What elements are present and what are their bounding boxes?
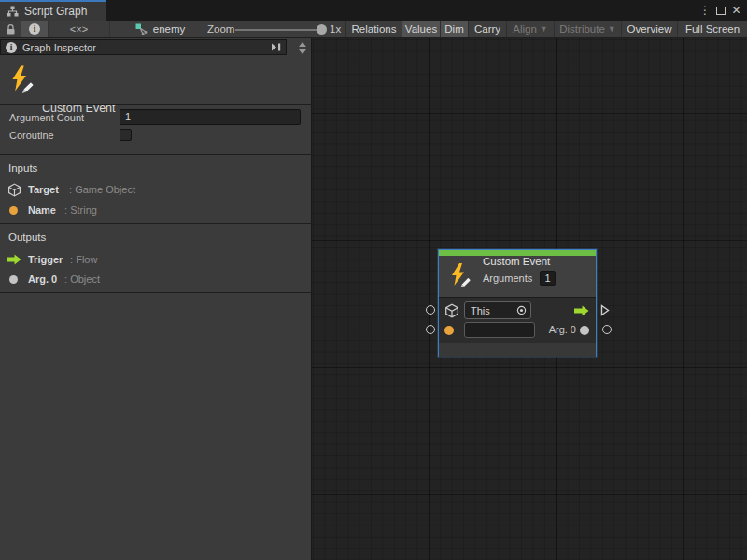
flow-arrow-icon <box>7 254 21 265</box>
node-input-port-name[interactable] <box>426 325 435 334</box>
title-bar: Script Graph ⋮ ✕ <box>0 0 747 21</box>
node-output-port-arg0[interactable] <box>602 325 612 334</box>
zoom-label: Zoom <box>207 21 234 37</box>
view-buttons: Relations Values Dim Carry Align ▼ Distr… <box>345 21 747 37</box>
graph-inspector-panel: i Graph Inspector Custom Event Argument … <box>0 38 312 560</box>
breadcrumb-graph-name: enemy <box>153 23 186 35</box>
node-arguments-value[interactable]: 1 <box>540 271 556 286</box>
cube-icon <box>444 303 459 318</box>
info-icon: i <box>6 42 17 53</box>
code-view-icon: <×> <box>70 23 88 35</box>
overview-button[interactable]: Overview <box>621 21 677 37</box>
inputs-header: Inputs <box>8 162 37 174</box>
dim-button[interactable]: Dim <box>440 21 468 37</box>
object-port-icon[interactable] <box>580 326 589 335</box>
script-graph-icon <box>7 6 19 17</box>
custom-event-icon <box>449 263 472 287</box>
string-port-icon[interactable] <box>444 326 454 335</box>
trigger-flow-icon <box>574 305 589 316</box>
coroutine-checkbox[interactable] <box>120 129 132 141</box>
graph-canvas[interactable]: Custom Event Arguments 1 This <box>312 38 747 560</box>
tab-script-graph[interactable]: Script Graph <box>0 0 106 21</box>
input-port-row: Target : Game Object <box>0 182 280 197</box>
node-footer <box>439 343 596 357</box>
cube-icon <box>7 183 21 197</box>
window-menu-icon[interactable]: ⋮ <box>698 0 712 21</box>
carry-button[interactable]: Carry <box>468 21 506 37</box>
script-graph-window: Script Graph ⋮ ✕ i <×> enemy <box>0 0 747 560</box>
divider <box>0 104 312 105</box>
node-title: Custom Event <box>483 256 550 267</box>
divider <box>0 154 312 155</box>
zoom-value: 1x <box>330 21 341 37</box>
tab-label: Script Graph <box>24 5 87 18</box>
zoom-slider-track[interactable] <box>235 29 317 31</box>
custom-event-icon <box>9 65 35 93</box>
target-dropdown[interactable]: This <box>464 301 531 319</box>
node-input-port-target[interactable] <box>426 305 435 315</box>
scroll-down-icon[interactable] <box>299 49 306 54</box>
divider <box>439 297 596 298</box>
scroll-up-icon[interactable] <box>299 42 306 47</box>
lock-icon <box>6 23 16 35</box>
custom-event-node[interactable]: Custom Event Arguments 1 This <box>438 249 597 357</box>
relations-button[interactable]: Relations <box>345 21 402 37</box>
input-port-row: Name : String <box>0 203 280 217</box>
chevron-down-icon: ▼ <box>608 25 616 34</box>
code-view-button[interactable]: <×> <box>49 21 110 37</box>
outputs-header: Outputs <box>8 231 46 243</box>
argument-count-label: Argument Count <box>9 112 84 123</box>
distribute-dropdown-button[interactable]: Distribute ▼ <box>554 21 621 37</box>
values-button[interactable]: Values <box>402 21 440 37</box>
window-maximize-icon[interactable] <box>713 0 727 21</box>
full-screen-button[interactable]: Full Screen <box>677 21 747 37</box>
breadcrumb[interactable]: enemy <box>124 21 191 37</box>
output-port-row: Arg. 0 : Object <box>0 272 280 287</box>
string-port-icon <box>9 206 18 215</box>
align-dropdown-button[interactable]: Align ▼ <box>506 21 554 37</box>
info-icon: i <box>29 23 40 35</box>
argument-count-input[interactable]: 1 <box>120 109 301 125</box>
chevron-down-icon: ▼ <box>540 25 548 34</box>
arg0-label: Arg. 0 <box>540 324 576 335</box>
window-close-icon[interactable]: ✕ <box>729 0 743 21</box>
object-port-icon <box>9 275 18 284</box>
node-output-port-trigger[interactable] <box>600 304 610 316</box>
dock-panel-icon[interactable] <box>272 43 282 51</box>
graph-inspector-header[interactable]: i Graph Inspector <box>0 39 287 55</box>
lock-button[interactable] <box>0 21 21 37</box>
arg0-input[interactable] <box>464 322 535 338</box>
coroutine-label: Coroutine <box>9 130 54 141</box>
inspector-toggle-button[interactable]: i <box>21 21 49 37</box>
output-port-row: Trigger : Flow <box>0 252 280 267</box>
node-arguments-label: Arguments <box>483 273 532 284</box>
graph-toolbar: i <×> enemy Zoom 1x Relations Values Dim <box>0 21 747 38</box>
graph-node-icon <box>135 23 148 35</box>
zoom-slider-handle[interactable] <box>317 24 327 35</box>
divider <box>0 223 312 224</box>
graph-inspector-title: Graph Inspector <box>22 42 266 53</box>
panel-scrollbar <box>295 40 310 57</box>
target-picker-icon[interactable] <box>516 305 527 315</box>
divider <box>0 292 312 293</box>
